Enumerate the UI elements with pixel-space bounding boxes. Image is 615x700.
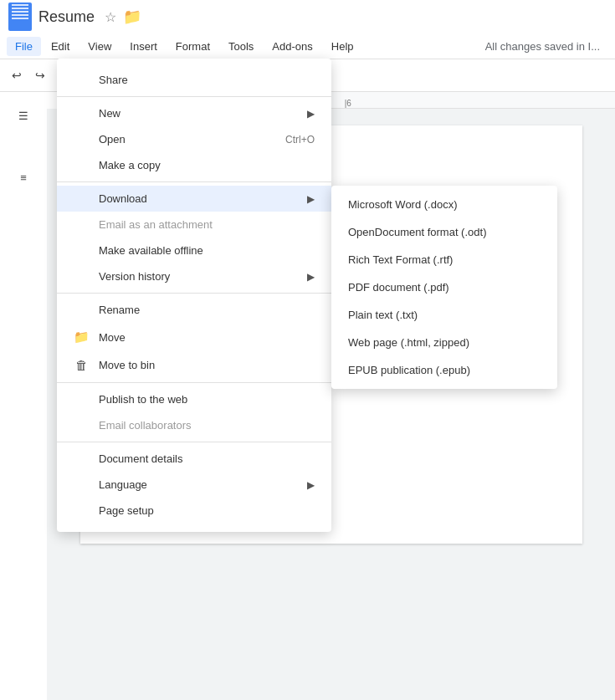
open-menu-item[interactable]: Open Ctrl+O [57,126,331,152]
submenu-pdf[interactable]: PDF document (.pdf) [331,273,557,301]
rename-label: Rename [99,304,140,316]
file-menu-dropdown: Share New ▶ Open Ctrl+O [57,59,331,532]
submenu-html-label: Web page (.html, zipped) [348,336,469,349]
version-arrow: ▶ [307,271,315,283]
download-menu-item[interactable]: Download ▶ Microsoft Word (.docx) OpenDo… [57,186,331,212]
share-section: Share [57,64,331,97]
submenu-docx[interactable]: Microsoft Word (.docx) [331,191,557,218]
move-menu-item[interactable]: 📁 Move [57,323,331,351]
doc-details-menu-item[interactable]: Document details [57,446,331,472]
page-setup-menu-item[interactable]: Page setup [57,498,331,524]
submenu-rtf-label: Rich Text Format (.rtf) [348,253,453,266]
offline-label: Make available offline [99,244,203,257]
new-label: New [99,107,120,120]
page-setup-label: Page setup [99,504,154,517]
doc-details-label: Document details [99,452,182,465]
open-shortcut: Ctrl+O [285,134,315,146]
share-menu-item[interactable]: Share [57,67,331,93]
new-menu-item[interactable]: New ▶ [57,100,331,126]
language-label: Language [99,478,147,491]
submenu-epub[interactable]: EPUB publication (.epub) [331,356,557,384]
version-history-menu-item[interactable]: Version history ▶ [57,263,331,289]
version-history-label: Version history [99,270,170,283]
new-open-section: New ▶ Open Ctrl+O Make a copy [57,97,331,182]
publish-section: Publish to the web Email collaborators [57,383,331,442]
download-section: Download ▶ Microsoft Word (.docx) OpenDo… [57,182,331,294]
submenu-rtf[interactable]: Rich Text Format (.rtf) [331,246,557,273]
details-section: Document details Language ▶ Page setup [57,442,331,527]
publish-label: Publish to the web [99,393,187,406]
dropdown-overlay[interactable]: Share New ▶ Open Ctrl+O [0,0,615,700]
new-arrow: ▶ [307,108,315,120]
email-attachment-label: Email as an attachment [99,218,213,231]
rename-section: Rename 📁 Move 🗑 Move to bin [57,294,331,383]
download-label: Download [99,192,147,205]
download-submenu: Microsoft Word (.docx) OpenDocument form… [331,186,557,389]
open-label: Open [99,133,126,146]
submenu-odt[interactable]: OpenDocument format (.odt) [331,218,557,246]
bin-icon: 🗑 [74,358,89,372]
move-to-bin-menu-item[interactable]: 🗑 Move to bin [57,351,331,379]
email-collab-label: Email collaborators [99,419,192,432]
move-icon: 📁 [74,330,89,345]
email-collaborators-menu-item: Email collaborators [57,412,331,438]
submenu-html[interactable]: Web page (.html, zipped) [331,329,557,356]
move-to-bin-label: Move to bin [99,359,155,371]
move-label: Move [99,331,126,344]
email-attachment-menu-item: Email as an attachment [57,212,331,238]
language-menu-item[interactable]: Language ▶ [57,472,331,498]
submenu-epub-label: EPUB publication (.epub) [348,364,470,376]
submenu-docx-label: Microsoft Word (.docx) [348,198,458,211]
submenu-pdf-label: PDF document (.pdf) [348,281,449,294]
publish-menu-item[interactable]: Publish to the web [57,386,331,412]
submenu-odt-label: OpenDocument format (.odt) [348,226,486,238]
download-arrow: ▶ [307,193,315,205]
language-arrow: ▶ [307,479,315,491]
make-copy-label: Make a copy [99,159,161,171]
make-copy-menu-item[interactable]: Make a copy [57,152,331,178]
rename-menu-item[interactable]: Rename [57,297,331,323]
share-label: Share [99,74,128,86]
submenu-txt-label: Plain text (.txt) [348,309,418,321]
submenu-txt[interactable]: Plain text (.txt) [331,301,557,329]
offline-menu-item[interactable]: Make available offline [57,238,331,263]
